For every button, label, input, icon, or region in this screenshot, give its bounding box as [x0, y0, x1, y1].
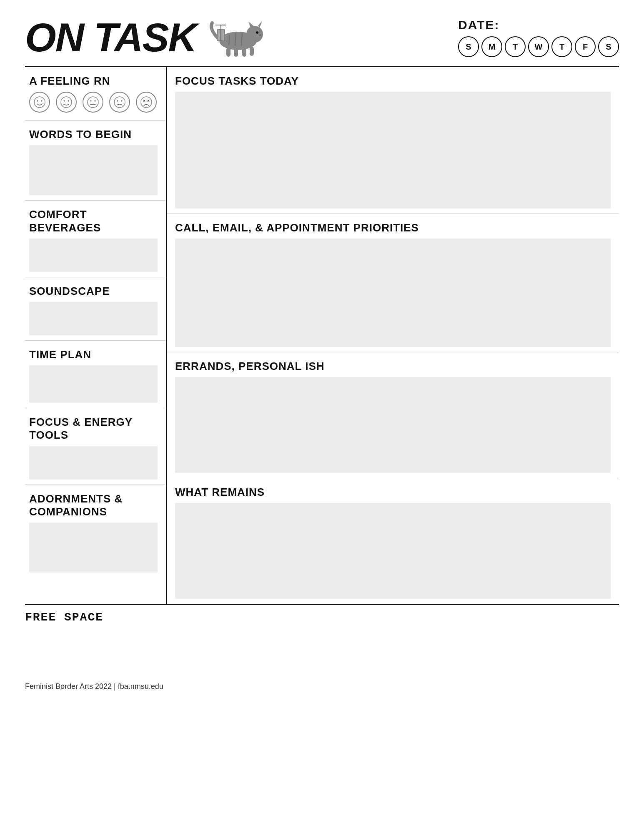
svg-point-27 — [117, 100, 118, 102]
comfort-beverages-section: COMFORT BEVERAGES — [25, 201, 166, 277]
soundscape-section: SOUNDSCAPE — [25, 277, 166, 341]
svg-point-5 — [259, 35, 261, 36]
feeling-section: A FEELING RN — [25, 67, 166, 121]
header-right: DATE: SMTWTFS — [458, 18, 619, 57]
left-column: A FEELING RN WORDS TO BEGIN COMFORT BEVE… — [25, 67, 167, 604]
svg-rect-8 — [242, 48, 246, 57]
focus-energy-section: FOCUS & ENERGY TOOLS — [25, 408, 166, 485]
call-email-label: CALL, EMAIL, & APPOINTMENT PRIORITIES — [175, 221, 611, 234]
emoji-row — [29, 92, 158, 113]
svg-point-28 — [121, 100, 123, 102]
svg-point-23 — [90, 100, 92, 102]
adornments-box[interactable] — [29, 523, 158, 573]
soundscape-label: SOUNDSCAPE — [29, 285, 158, 298]
svg-point-21 — [68, 100, 69, 102]
days-row: SMTWTFS — [458, 36, 619, 57]
errands-section: ERRANDS, PERSONAL ISH — [167, 352, 619, 478]
call-email-section: CALL, EMAIL, & APPOINTMENT PRIORITIES — [167, 214, 619, 352]
header: ON TASK — [25, 17, 619, 67]
day-circle-s[interactable]: S — [458, 36, 479, 57]
adornments-section: ADORNMENTS & COMPANIONS — [25, 485, 166, 604]
svg-rect-6 — [226, 48, 231, 57]
svg-point-17 — [37, 100, 38, 102]
focus-tasks-box[interactable] — [175, 92, 611, 208]
focus-energy-box[interactable] — [29, 446, 158, 480]
day-circle-s[interactable]: S — [598, 36, 619, 57]
svg-point-19 — [61, 97, 72, 108]
emoji-happy[interactable] — [29, 92, 50, 113]
footer: Feminist Border Arts 2022 | fba.nmsu.edu — [25, 682, 619, 691]
time-plan-box[interactable] — [29, 365, 158, 403]
comfort-beverages-label: COMFORT BEVERAGES — [29, 208, 158, 234]
free-space-label: FREE SPACE — [25, 611, 619, 624]
focus-tasks-label: FOCUS TASKS TODAY — [175, 75, 611, 88]
svg-point-20 — [64, 100, 65, 102]
focus-energy-label: FOCUS & ENERGY TOOLS — [29, 416, 158, 442]
day-circle-m[interactable]: M — [481, 36, 502, 57]
emoji-neutral[interactable] — [83, 92, 103, 113]
svg-point-1 — [246, 26, 263, 43]
comfort-beverages-box[interactable] — [29, 239, 158, 272]
focus-tasks-section: FOCUS TASKS TODAY — [167, 67, 619, 214]
svg-rect-9 — [250, 47, 254, 56]
svg-point-24 — [95, 100, 96, 102]
emoji-slightly-happy[interactable] — [56, 92, 77, 113]
day-circle-w[interactable]: W — [528, 36, 549, 57]
svg-marker-3 — [258, 21, 262, 28]
what-remains-section: WHAT REMAINS — [167, 478, 619, 604]
soundscape-box[interactable] — [29, 302, 158, 335]
what-remains-box[interactable] — [175, 503, 611, 599]
words-to-begin-label: WORDS TO BEGIN — [29, 128, 158, 141]
day-circle-f[interactable]: F — [575, 36, 596, 57]
words-to-begin-section: WORDS TO BEGIN — [25, 121, 166, 201]
header-left: ON TASK — [25, 17, 271, 58]
svg-point-22 — [88, 97, 98, 108]
feeling-label: A FEELING RN — [29, 75, 158, 88]
right-column: FOCUS TASKS TODAY CALL, EMAIL, & APPOINT… — [167, 67, 619, 604]
emoji-slightly-sad[interactable] — [109, 92, 130, 113]
free-space-box[interactable] — [25, 624, 619, 657]
main-grid: A FEELING RN WORDS TO BEGIN COMFORT BEVE… — [25, 67, 619, 604]
time-plan-section: TIME PLAN — [25, 341, 166, 408]
svg-point-29 — [141, 97, 152, 108]
svg-point-18 — [41, 100, 43, 102]
svg-point-16 — [34, 97, 45, 108]
errands-label: ERRANDS, PERSONAL ISH — [175, 360, 611, 373]
day-circle-t[interactable]: T — [551, 36, 572, 57]
call-email-box[interactable] — [175, 239, 611, 347]
svg-point-4 — [256, 31, 258, 34]
errands-box[interactable] — [175, 377, 611, 473]
svg-marker-2 — [248, 22, 255, 28]
adornments-label: ADORNMENTS & COMPANIONS — [29, 492, 158, 518]
app-title: ON TASK — [25, 18, 196, 58]
cat-illustration — [205, 17, 271, 58]
emoji-sad[interactable] — [136, 92, 157, 113]
date-label: DATE: — [458, 18, 499, 32]
svg-rect-7 — [234, 48, 238, 57]
words-to-begin-box[interactable] — [29, 145, 158, 195]
day-circle-t[interactable]: T — [505, 36, 526, 57]
bottom-section: FREE SPACE — [25, 604, 619, 657]
time-plan-label: TIME PLAN — [29, 348, 158, 361]
svg-point-26 — [114, 97, 125, 108]
what-remains-label: WHAT REMAINS — [175, 486, 611, 499]
